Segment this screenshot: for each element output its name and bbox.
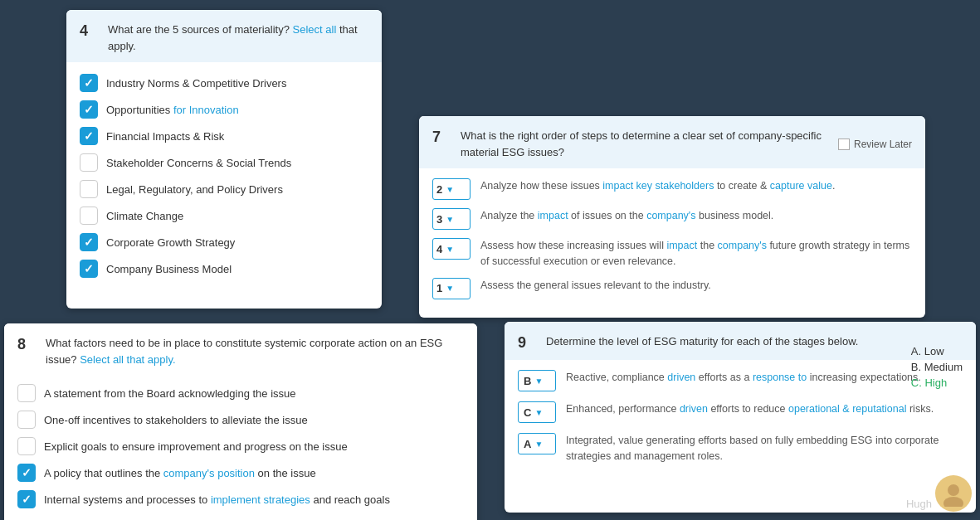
card9-header: 9 Determine the level of ESG maturity fo… [505,322,976,360]
question-card-7: 7 What is the right order of steps to de… [419,116,925,318]
checkbox-label-policy: A policy that outlines the company's pos… [44,467,316,479]
order-row: 1▼Assess the general issues relevant to … [432,278,912,299]
checkbox-climate[interactable] [80,207,98,225]
checkbox-oneoff[interactable] [17,411,36,429]
checkbox-label-business: Company Business Model [106,263,232,275]
order-row: 3▼Analyze the impact of issues on the co… [432,208,912,230]
q4-text-plain: What are the 5 sources of materiality? [108,23,290,36]
checkbox-business[interactable] [80,260,98,278]
card7-header-left: 7 What is the right order of steps to de… [432,128,838,160]
svg-point-1 [943,497,963,507]
review-later[interactable]: Review Later [838,139,912,150]
checkbox-growth[interactable] [80,233,98,251]
card9-body: B▼Reactive, compliance driven efforts as… [505,360,976,484]
order-text: Analyze how these issues impact key stak… [480,178,912,194]
checkbox-label-climate: Climate Change [106,210,183,222]
checkbox-label-explicit: Explicit goals to ensure improvement and… [44,440,348,453]
checkbox-item-stakeholder[interactable]: Stakeholder Concerns & Social Trends [80,153,368,172]
svg-point-0 [948,484,959,496]
card7-header: 7 What is the right order of steps to de… [419,116,925,168]
maturity-select[interactable]: A▼ [518,433,556,454]
q8-text: What factors need to be in place to cons… [46,335,464,367]
user-avatar [935,475,972,512]
checkbox-label-internal: Internal systems and processes to implem… [44,493,390,506]
maturity-text: Integrated, value generating efforts bas… [566,433,963,464]
checkbox-label-financial: Financial Impacts & Risk [106,130,224,143]
checkbox-industry[interactable] [80,74,98,92]
checkbox-policy[interactable] [17,464,36,482]
checkbox-label-growth: Corporate Growth Strategy [106,236,235,249]
checkbox-label-legal: Legal, Regulatory, and Policy Drivers [106,183,283,196]
question-card-9: 9 Determine the level of ESG maturity fo… [505,322,976,513]
q7-text: What is the right order of steps to dete… [461,128,838,160]
order-text: Assess how these increasing issues will … [480,238,912,270]
card4-header: 4 What are the 5 sources of materiality?… [66,10,382,62]
checkbox-item-internal[interactable]: Internal systems and processes to implem… [17,490,464,508]
checkbox-item-legal[interactable]: Legal, Regulatory, and Policy Drivers [80,180,368,198]
checkbox-item-business[interactable]: Company Business Model [80,260,368,278]
card8-header: 8 What factors need to be in place to co… [4,323,477,372]
checkbox-label-board: A statement from the Board acknowledging… [44,387,296,400]
order-select[interactable]: 4▼ [432,238,470,260]
order-select[interactable]: 2▼ [432,178,470,200]
checkbox-innovation[interactable] [80,100,98,119]
avatar-icon [940,480,967,507]
order-row: 2▼Analyze how these issues impact key st… [432,178,912,200]
checkbox-item-financial[interactable]: Financial Impacts & Risk [80,127,368,145]
checkbox-item-innovation[interactable]: Opportunities for Innovation [80,100,368,119]
checkbox-item-policy[interactable]: A policy that outlines the company's pos… [17,464,464,482]
checkbox-internal[interactable] [17,490,36,508]
checkbox-item-oneoff[interactable]: One-off incentives to stakeholders to al… [17,411,464,429]
checkbox-label-industry: Industry Norms & Competitive Drivers [106,77,286,90]
checkbox-explicit[interactable] [17,437,36,455]
checkbox-item-board[interactable]: A statement from the Board acknowledging… [17,384,464,402]
checkbox-board[interactable] [17,384,36,402]
legend-item: C. High [911,377,963,389]
q9-text: Determine the level of ESG maturity for … [546,333,858,350]
maturity-row: A▼Integrated, value generating efforts b… [518,433,963,464]
q4-text: What are the 5 sources of materiality? S… [108,22,368,54]
order-select[interactable]: 3▼ [432,208,470,230]
checkbox-item-explicit[interactable]: Explicit goals to ensure improvement and… [17,437,464,455]
checkbox-item-growth[interactable]: Corporate Growth Strategy [80,233,368,251]
review-checkbox[interactable] [838,139,850,150]
card7-body: 2▼Analyze how these issues impact key st… [419,168,925,318]
review-label: Review Later [854,139,912,150]
card9-legend: A. LowB. MediumC. High [911,345,963,392]
checkbox-label-stakeholder: Stakeholder Concerns & Social Trends [106,157,291,169]
checkbox-legal[interactable] [80,180,98,198]
q8-number: 8 [17,336,37,353]
checkbox-item-climate[interactable]: Climate Change [80,207,368,225]
maturity-select[interactable]: B▼ [518,370,556,391]
order-select[interactable]: 1▼ [432,278,470,299]
checkbox-financial[interactable] [80,127,98,145]
maturity-text: Reactive, compliance driven efforts as a… [566,370,963,386]
card4-body: Industry Norms & Competitive DriversOppo… [66,62,382,298]
q4-text-highlight: Select all [290,23,336,36]
question-card-4: 4 What are the 5 sources of materiality?… [66,10,382,309]
order-row: 4▼Assess how these increasing issues wil… [432,238,912,270]
checkbox-stakeholder[interactable] [80,153,98,172]
maturity-row: C▼Enhanced, performance driven efforts t… [518,401,963,423]
maturity-text: Enhanced, performance driven efforts to … [566,401,963,417]
legend-item: B. Medium [911,361,963,373]
checkbox-item-industry[interactable]: Industry Norms & Competitive Drivers [80,74,368,92]
question-card-8: 8 What factors need to be in place to co… [4,323,477,520]
q9-number: 9 [518,334,538,352]
q4-number: 4 [80,22,100,40]
checkbox-label-innovation: Opportunities for Innovation [106,104,239,116]
legend-item: A. Low [911,345,963,357]
maturity-row: B▼Reactive, compliance driven efforts as… [518,370,963,391]
card8-body: A statement from the Board acknowledging… [4,372,477,520]
maturity-select[interactable]: C▼ [518,401,556,423]
order-text: Assess the general issues relevant to th… [480,278,912,294]
order-text: Analyze the impact of issues on the comp… [480,208,912,224]
username-label: Hugh [906,498,932,510]
checkbox-label-oneoff: One-off incentives to stakeholders to al… [44,414,308,426]
q7-number: 7 [432,129,452,146]
q8-text-part2: Select all that apply. [77,353,176,366]
